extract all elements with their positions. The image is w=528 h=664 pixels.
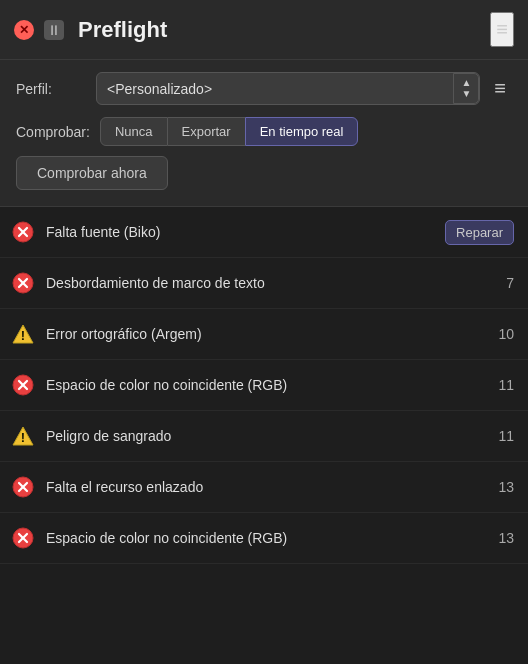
error-item[interactable]: Espacio de color no coincidente (RGB)13 bbox=[0, 513, 528, 564]
error-icon bbox=[10, 372, 36, 398]
error-item[interactable]: Falta fuente (Biko)Reparar bbox=[0, 207, 528, 258]
check-now-button[interactable]: Comprobar ahora bbox=[16, 156, 168, 190]
error-count: 7 bbox=[506, 275, 514, 291]
error-count: 13 bbox=[498, 479, 514, 495]
error-text: Espacio de color no coincidente (RGB) bbox=[46, 376, 490, 395]
error-count: 11 bbox=[498, 377, 514, 393]
error-icon bbox=[10, 219, 36, 245]
error-item[interactable]: ! Error ortográfico (Argem)10 bbox=[0, 309, 528, 360]
profile-row: Perfil: <Personalizado> ▲ ▼ ≡ bbox=[16, 72, 512, 105]
panel-title: Preflight bbox=[78, 17, 490, 43]
error-item[interactable]: Desbordamiento de marco de texto7 bbox=[0, 258, 528, 309]
error-item[interactable]: Espacio de color no coincidente (RGB)11 bbox=[0, 360, 528, 411]
minimize-button[interactable]: ⏸ bbox=[44, 20, 64, 40]
error-text: Falta el recurso enlazado bbox=[46, 478, 490, 497]
close-button[interactable]: ✕ bbox=[14, 20, 34, 40]
check-never-button[interactable]: Nunca bbox=[100, 117, 168, 146]
window-controls: ✕ ⏸ bbox=[14, 20, 64, 40]
profile-value: <Personalizado> bbox=[97, 75, 453, 103]
error-icon bbox=[10, 474, 36, 500]
controls-section: Perfil: <Personalizado> ▲ ▼ ≡ Comprobar:… bbox=[0, 60, 528, 207]
check-realtime-button[interactable]: En tiempo real bbox=[245, 117, 359, 146]
svg-text:!: ! bbox=[21, 328, 25, 343]
error-count: 11 bbox=[498, 428, 514, 444]
title-bar: ✕ ⏸ Preflight ≡ bbox=[0, 0, 528, 60]
error-count: 13 bbox=[498, 530, 514, 546]
menu-button[interactable]: ≡ bbox=[490, 12, 514, 47]
profile-stepper[interactable]: ▲ ▼ bbox=[453, 73, 479, 104]
profile-select-wrapper: <Personalizado> ▲ ▼ ≡ bbox=[96, 72, 512, 105]
svg-text:!: ! bbox=[21, 430, 25, 445]
error-text: Desbordamiento de marco de texto bbox=[46, 274, 498, 293]
error-item[interactable]: ! Peligro de sangrado11 bbox=[0, 411, 528, 462]
error-icon bbox=[10, 525, 36, 551]
error-text: Peligro de sangrado bbox=[46, 427, 490, 446]
error-text: Error ortográfico (Argem) bbox=[46, 325, 490, 344]
error-text: Espacio de color no coincidente (RGB) bbox=[46, 529, 490, 548]
error-item[interactable]: Falta el recurso enlazado13 bbox=[0, 462, 528, 513]
warning-icon: ! bbox=[10, 321, 36, 347]
repair-button[interactable]: Reparar bbox=[445, 220, 514, 245]
warning-icon: ! bbox=[10, 423, 36, 449]
check-button-group: Nunca Exportar En tiempo real bbox=[100, 117, 359, 146]
check-row: Comprobar: Nunca Exportar En tiempo real bbox=[16, 117, 512, 146]
error-count: 10 bbox=[498, 326, 514, 342]
error-text: Falta fuente (Biko) bbox=[46, 223, 437, 242]
error-list: Falta fuente (Biko)Reparar Desbordamient… bbox=[0, 207, 528, 564]
profile-label: Perfil: bbox=[16, 81, 86, 97]
error-icon bbox=[10, 270, 36, 296]
check-label: Comprobar: bbox=[16, 124, 90, 140]
check-export-button[interactable]: Exportar bbox=[168, 117, 245, 146]
profile-menu-button[interactable]: ≡ bbox=[488, 75, 512, 102]
